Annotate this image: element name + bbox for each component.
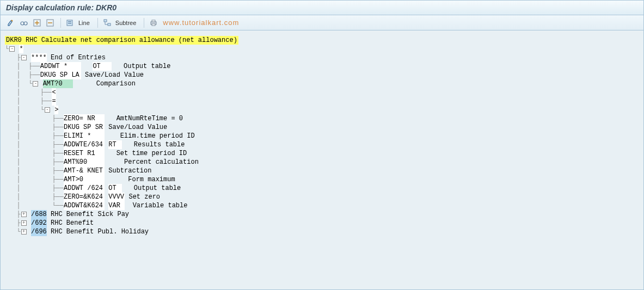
expander-icon[interactable]: -	[9, 46, 15, 52]
leaf-code: ADDWT /624	[64, 184, 105, 193]
leaf-code: AMT%90	[64, 158, 105, 166]
tree-leaf[interactable]: │ ├──RESET R1 Set time period ID	[5, 149, 639, 158]
expander-icon[interactable]: +	[21, 220, 27, 226]
leaf-desc: Output table	[124, 63, 170, 70]
tree-leaf[interactable]: │ ├──ELIMI * Elim.time period ID	[5, 132, 639, 140]
node-code: AMT?0	[43, 79, 73, 88]
leaf-desc: Save/Load Value	[85, 71, 144, 79]
tree-leaf-lt[interactable]: │ ├──<	[5, 88, 639, 97]
collapse-icon[interactable]	[44, 17, 56, 28]
node-desc: RHC Benefit	[51, 219, 94, 227]
leaf-desc: Set time period ID	[116, 150, 187, 157]
separator	[60, 18, 61, 28]
toolbar: Line Subtree www.tutorialkart.com	[1, 15, 643, 30]
leaf-code: RESET R1	[64, 149, 105, 158]
expander-icon[interactable]: -	[33, 81, 38, 87]
leaf-code: DKUG SP SR	[64, 123, 105, 132]
leaf-col: VVVV	[108, 193, 125, 201]
leaf-col: OT	[108, 184, 122, 193]
svg-rect-6	[68, 23, 71, 24]
expander-icon[interactable]: +	[21, 212, 27, 217]
leaf-desc: Results table	[134, 141, 185, 149]
tree-leaf-eq[interactable]: │ ├──=	[5, 97, 639, 106]
tree-leaf[interactable]: │ ├──AMT%90 Percent calculation	[5, 158, 639, 166]
leaf-code: <	[52, 88, 56, 97]
leaf-desc: AmtNumRteTime = 0	[116, 115, 183, 122]
tree-node-star[interactable]: └- *	[5, 45, 639, 53]
subtree-icon[interactable]	[101, 17, 113, 28]
leaf-col: VAR	[108, 201, 125, 210]
tree-node-692[interactable]: ├+ /692 RHC Benefit	[5, 219, 639, 227]
svg-rect-8	[108, 23, 111, 26]
node-desc: End of Entries	[51, 54, 106, 61]
leaf-desc: Percent calculation	[124, 158, 199, 166]
leaf-code: ELIMI *	[64, 132, 105, 140]
watermark-text: www.tutorialkart.com	[163, 18, 239, 27]
tree-node-gt[interactable]: │ └- >	[5, 106, 639, 114]
svg-point-0	[21, 22, 24, 25]
separator	[97, 18, 98, 28]
leaf-desc: Output table	[134, 184, 181, 192]
tree-root[interactable]: DKR0 RHC Calculate net comparison allowa…	[5, 36, 639, 45]
expand-icon[interactable]	[31, 17, 43, 28]
leaf-code: ADDWTE/634	[64, 140, 105, 149]
tree-leaf[interactable]: │ ├──ADDWT /624 OT Output table	[5, 184, 639, 193]
page-title: Display calculation rule: DKR0	[1, 1, 643, 15]
leaf-code: AMT-& KNET	[64, 166, 105, 175]
leaf-code: ZERO=&K624	[64, 193, 105, 201]
glasses-icon[interactable]	[18, 17, 30, 28]
leaf-col: RT	[108, 140, 122, 149]
tree-leaf[interactable]: │ ├──AMT-& KNET Subtraction	[5, 166, 639, 175]
leaf-desc: Elim.time period ID	[120, 132, 195, 140]
tree-leaf[interactable]: │ ├──ADDWTE/634 RT Results table	[5, 140, 639, 149]
leaf-code: ZERO= NR	[64, 114, 105, 123]
expander-icon[interactable]: +	[21, 229, 27, 235]
leaf-code: DKUG SP LA	[40, 71, 81, 79]
tree-leaf[interactable]: │ ├──ZERO= NR AmtNumRteTime = 0	[5, 114, 639, 123]
svg-rect-7	[104, 20, 107, 22]
node-code: /696	[31, 227, 47, 236]
node-desc: RHC Benefit Sick Pay	[51, 211, 129, 218]
leaf-desc: Form maximum	[128, 176, 175, 183]
tree-leaf[interactable]: │ ├──ADDWT * OT Output table	[5, 62, 639, 71]
leaf-desc: Save/Load Value	[108, 124, 167, 131]
svg-rect-10	[152, 20, 155, 22]
root-label: DKR0 RHC Calculate net comparison allowa…	[5, 36, 238, 45]
subtree-button-label[interactable]: Subtree	[115, 20, 137, 26]
expander-icon[interactable]: -	[21, 55, 27, 60]
tree-leaf[interactable]: │ ├──AMT>0 Form maximum	[5, 175, 639, 184]
line-button-label[interactable]: Line	[78, 20, 90, 26]
tree-leaf[interactable]: │ ├──ZERO=&K624 VVVV Set zero	[5, 193, 639, 201]
leaf-col: OT	[93, 62, 112, 71]
leaf-code: ADDWT *	[40, 62, 81, 71]
svg-point-1	[24, 22, 27, 25]
leaf-code: ADDWT&K624	[64, 201, 105, 210]
tree-leaf[interactable]: │ ├──DKUG SP SR Save/Load Value	[5, 123, 639, 132]
expander-icon[interactable]: -	[45, 107, 50, 113]
node-code: >	[54, 106, 58, 114]
tree-node-688[interactable]: ├+ /688 RHC Benefit Sick Pay	[5, 210, 639, 219]
tree-leaf[interactable]: │ └──ADDWT&K624 VAR Variable table	[5, 201, 639, 210]
svg-rect-11	[152, 24, 155, 26]
tree-node-amt-comparison[interactable]: │ └- AMT?0 Comparison	[5, 79, 639, 88]
tree-leaf[interactable]: │ ├──DKUG SP LA Save/Load Value	[5, 71, 639, 79]
node-code: ****	[31, 53, 47, 62]
leaf-code: =	[52, 97, 56, 106]
tree-node-end-of-entries[interactable]: ├- **** End of Entries	[5, 53, 639, 62]
separator	[144, 18, 144, 28]
node-code: /692	[31, 219, 47, 227]
tree-node-696[interactable]: └+ /696 RHC Benefit Publ. Holiday	[5, 227, 639, 236]
leaf-desc: Variable table	[133, 202, 188, 209]
node-desc: Comparison	[96, 80, 136, 88]
node-code: *	[19, 45, 23, 53]
node-desc: RHC Benefit Publ. Holiday	[51, 228, 149, 236]
leaf-code: AMT>0	[64, 175, 105, 184]
tree-container: DKR0 RHC Calculate net comparison allowa…	[1, 30, 643, 289]
leaf-desc: Subtraction	[108, 167, 151, 175]
line-icon[interactable]	[64, 17, 76, 28]
print-icon[interactable]	[148, 17, 160, 28]
node-code: /688	[31, 210, 47, 219]
change-display-icon[interactable]	[5, 17, 17, 28]
svg-rect-5	[68, 21, 71, 22]
leaf-desc: Set zero	[128, 193, 160, 201]
